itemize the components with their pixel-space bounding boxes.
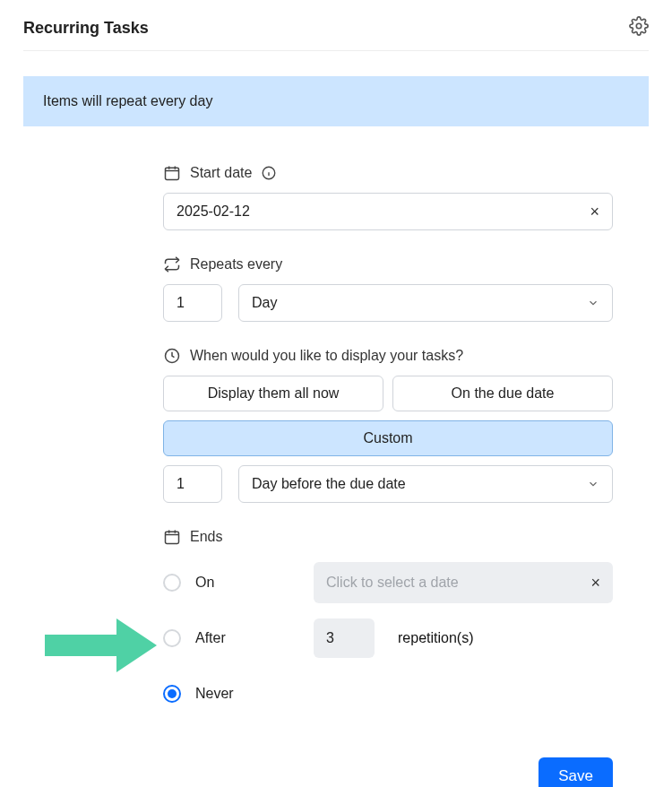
start-date-label: Start date — [190, 165, 252, 181]
info-icon[interactable] — [261, 165, 277, 181]
calendar-icon — [163, 528, 181, 546]
clear-end-date[interactable]: × — [590, 574, 600, 592]
chevron-down-icon — [587, 478, 599, 490]
ends-never-label: Never — [195, 686, 249, 702]
repeat-icon — [163, 255, 181, 273]
ends-on-placeholder: Click to select a date — [326, 575, 459, 591]
info-banner: Items will repeat every day — [23, 76, 649, 126]
ends-never-radio[interactable] — [163, 685, 181, 703]
custom-unit-select[interactable]: Day before the due date — [238, 465, 613, 503]
save-button[interactable]: Save — [538, 757, 613, 787]
repeat-unit-value: Day — [252, 295, 277, 311]
svg-point-0 — [636, 23, 642, 29]
ends-on-date-input[interactable]: Click to select a date × — [314, 562, 613, 603]
display-on-due-button[interactable]: On the due date — [392, 376, 613, 411]
ends-on-label: On — [195, 575, 249, 591]
custom-count-value: 1 — [177, 476, 185, 492]
repeat-count-value: 1 — [177, 295, 185, 311]
display-custom-button[interactable]: Custom — [163, 420, 613, 456]
ends-label: Ends — [190, 529, 222, 545]
ends-after-count-input[interactable]: 3 — [314, 618, 375, 658]
gear-icon — [629, 16, 649, 36]
ends-after-value: 3 — [326, 630, 334, 646]
custom-unit-value: Day before the due date — [252, 476, 406, 492]
clear-start-date[interactable]: × — [590, 203, 599, 221]
start-date-value: 2025-02-12 — [177, 203, 250, 220]
repeat-count-input[interactable]: 1 — [163, 284, 222, 322]
display-all-now-button[interactable]: Display them all now — [163, 376, 383, 411]
ends-after-suffix: repetition(s) — [398, 630, 473, 646]
ends-after-label: After — [195, 630, 249, 646]
calendar-icon — [163, 164, 181, 182]
svg-rect-1 — [166, 168, 179, 179]
chevron-down-icon — [587, 297, 599, 309]
ends-after-radio[interactable] — [163, 629, 181, 647]
page-title: Recurring Tasks — [23, 19, 149, 38]
svg-rect-4 — [166, 532, 179, 543]
repeat-unit-select[interactable]: Day — [238, 284, 613, 322]
start-date-input[interactable]: 2025-02-12 × — [163, 193, 613, 230]
display-label: When would you like to display your task… — [190, 348, 463, 364]
custom-count-input[interactable]: 1 — [163, 465, 222, 503]
settings-button[interactable] — [629, 16, 649, 39]
repeats-label: Repeats every — [190, 256, 282, 272]
clock-icon — [163, 347, 181, 365]
ends-on-radio[interactable] — [163, 574, 181, 592]
